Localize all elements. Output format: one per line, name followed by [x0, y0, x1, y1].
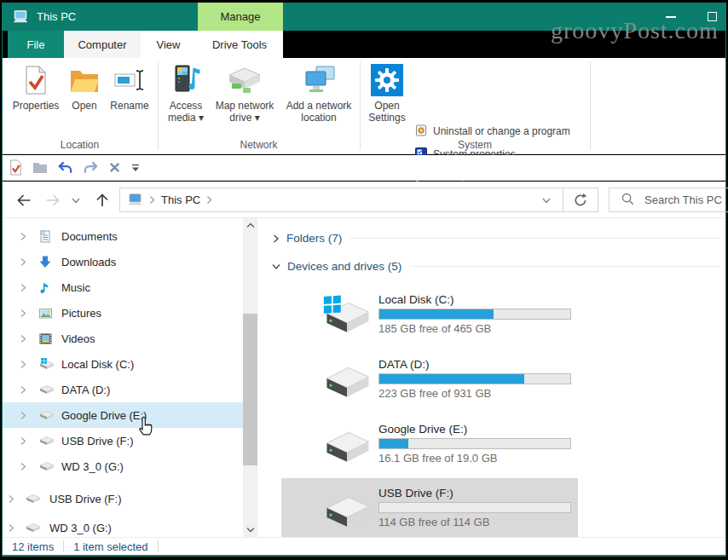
address-bar[interactable]: This PC [119, 188, 598, 212]
settings-gear-icon [371, 62, 403, 98]
qat-delete-icon[interactable] [108, 161, 121, 174]
items-count: 12 items [12, 540, 54, 553]
expand-chevron-icon[interactable] [19, 232, 27, 241]
open-settings-button[interactable]: Open Settings [363, 62, 411, 124]
sidebar-item-usb-drive-f[interactable]: USB Drive (F:) [2, 428, 243, 453]
expand-chevron-icon[interactable] [19, 411, 27, 420]
cursor-pointer-icon [136, 415, 155, 441]
sidebar-item-label: USB Drive (F:) [61, 435, 134, 447]
recent-locations-button[interactable] [66, 182, 85, 218]
open-settings-label: Open Settings [363, 100, 411, 124]
group-label-system: System [360, 139, 590, 151]
ribbon-separator [590, 61, 591, 150]
sidebar-root-item-wd30-g[interactable]: WD 3_0 (G:) [2, 515, 243, 537]
tab-drive-tools[interactable]: Drive Tools [196, 31, 283, 58]
expand-chevron-icon[interactable] [7, 494, 15, 504]
group-header-rule [350, 238, 719, 239]
back-button[interactable] [12, 182, 36, 218]
sidebar-item-pictures[interactable]: Pictures [2, 300, 243, 326]
drive-tile-usb-drive-f[interactable]: USB Drive (F:) 114 GB free of 114 GB [281, 478, 578, 537]
qat-redo-icon[interactable] [83, 160, 99, 175]
this-pc-laptop-icon [12, 9, 29, 25]
sidebar-item-local-disk-c[interactable]: Local Disk (C:) [2, 351, 243, 377]
sidebar-item-music[interactable]: Music [2, 274, 243, 300]
drive-icon [38, 384, 55, 395]
open-button[interactable]: Open [63, 62, 106, 112]
capacity-bar [378, 438, 571, 449]
expanded-chevron-icon[interactable] [271, 262, 281, 271]
drive-caption: 114 GB free of 114 GB [378, 516, 571, 528]
access-media-button[interactable]: Access media ▾ [160, 62, 211, 124]
sidebar-item-label: Pictures [61, 307, 101, 320]
minimize-icon [666, 16, 676, 18]
sidebar-item-videos[interactable]: Videos [2, 326, 243, 351]
minimize-button[interactable] [656, 3, 685, 31]
expand-chevron-icon[interactable] [19, 436, 27, 446]
rename-icon [114, 62, 145, 98]
drive-tile-data-d[interactable]: DATA (D:) 223 GB free of 931 GB [281, 349, 578, 408]
qat-customize-icon[interactable] [130, 163, 141, 173]
expand-chevron-icon[interactable] [19, 257, 27, 267]
tab-view[interactable]: View [141, 31, 196, 58]
map-network-drive-label: Map network drive ▾ [210, 100, 280, 124]
qat-new-folder-icon[interactable] [32, 161, 48, 174]
properties-button[interactable]: Properties [9, 62, 63, 112]
expand-chevron-icon[interactable] [7, 523, 15, 533]
group-header-devices-drives[interactable]: Devices and drives (5) [271, 260, 719, 273]
expand-chevron-icon[interactable] [19, 334, 27, 344]
scroll-down-icon[interactable] [243, 522, 257, 537]
ribbon-separator [158, 61, 159, 150]
sidebar-root-item-usb-drive-f[interactable]: USB Drive (F:) [2, 486, 243, 511]
sidebar-item-data-d[interactable]: DATA (D:) [2, 377, 243, 402]
ribbon-separator [360, 61, 361, 150]
drive-name: Google Drive (E:) [378, 423, 571, 436]
sidebar-item-documents[interactable]: Documents [2, 223, 243, 249]
titlebar: This PC Manage [2, 3, 726, 31]
sidebar-item-label: Documents [61, 230, 118, 243]
expand-chevron-icon[interactable] [19, 360, 27, 369]
sidebar-item-google-drive-e[interactable]: Google Drive (E:) [2, 402, 243, 428]
add-network-location-button[interactable]: Add a network location [280, 62, 358, 124]
sidebar-item-downloads[interactable]: Downloads [2, 249, 243, 274]
address-dropdown-icon[interactable] [540, 194, 552, 206]
window-title: This PC [37, 10, 76, 23]
drive-tile-google-drive-e[interactable]: Google Drive (E:) 16.1 GB free of 19.0 G… [281, 413, 578, 473]
sidebar-scrollbar[interactable] [243, 218, 257, 537]
breadcrumb-this-pc[interactable]: This PC [161, 193, 200, 206]
forward-button[interactable] [41, 182, 65, 218]
group-label-network: Network [158, 139, 360, 151]
drive-icon [322, 486, 372, 530]
breadcrumb-chevron-icon[interactable] [205, 195, 213, 205]
drive-icon [25, 522, 41, 534]
window-border-bottom [2, 555, 726, 557]
tab-file[interactable]: File [8, 31, 64, 58]
network-location-icon [301, 62, 337, 98]
capacity-bar-fill [379, 439, 408, 448]
qat-undo-icon[interactable] [57, 160, 73, 175]
tab-computer[interactable]: Computer [64, 31, 141, 58]
navigation-bar: This PC [2, 182, 726, 218]
expand-chevron-icon[interactable] [19, 385, 27, 395]
search-box[interactable] [609, 188, 728, 212]
window-border-right [725, 31, 726, 557]
scrollbar-thumb[interactable] [243, 314, 257, 465]
group-header-folders[interactable]: Folders (7) [271, 232, 719, 245]
videos-icon [38, 332, 53, 345]
rename-button[interactable]: Rename [104, 62, 155, 112]
qat-properties-icon[interactable] [9, 159, 23, 176]
up-button[interactable] [90, 182, 114, 218]
maximize-button[interactable] [697, 3, 726, 31]
search-input[interactable] [644, 193, 728, 206]
tab-manage[interactable]: Manage [198, 3, 283, 31]
status-separator [63, 540, 64, 552]
refresh-button[interactable] [563, 188, 598, 211]
scroll-up-icon[interactable] [243, 218, 257, 233]
collapsed-chevron-icon[interactable] [271, 234, 280, 244]
expand-chevron-icon[interactable] [19, 283, 27, 292]
map-network-drive-button[interactable]: Map network drive ▾ [210, 62, 280, 124]
drive-tile-local-disk-c[interactable]: Local Disk (C:) 185 GB free of 465 GB [281, 284, 578, 344]
expand-chevron-icon[interactable] [19, 309, 27, 318]
group-header-rule [410, 266, 719, 267]
expand-chevron-icon[interactable] [19, 462, 27, 471]
sidebar-item-wd30-g[interactable]: WD 3_0 (G:) [2, 453, 243, 479]
